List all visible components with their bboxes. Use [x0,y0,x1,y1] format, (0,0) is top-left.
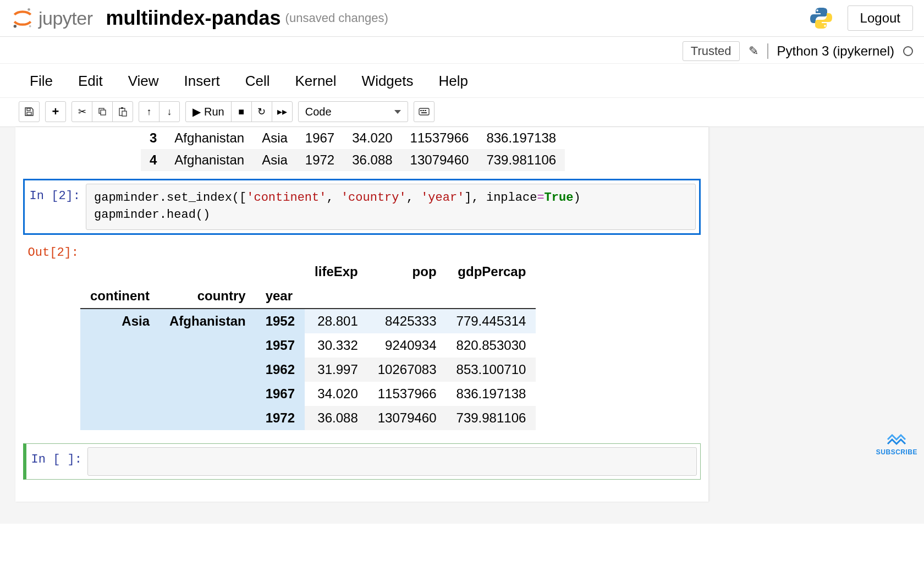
add-cell-icon[interactable]: + [45,101,66,122]
run-label: Run [204,106,224,118]
svg-rect-16 [421,112,427,113]
toolbar: + ✂ ↑ ↓ ▶ Run ■ ↻ ▸▸ Code [0,98,924,127]
idx-val-year: 1967 [256,382,305,406]
table-cell: 1967 [296,127,343,149]
jupyter-logo[interactable]: jupyter [11,7,93,30]
table-cell: 836.197138 [447,382,536,406]
code-cell-2[interactable]: In [2]: gapminder.set_index(['continent'… [23,179,701,235]
subscribe-badge[interactable]: SUBSCRIBE [876,431,917,456]
table-cell: 779.445314 [447,309,536,333]
code-editor[interactable] [87,447,697,476]
svg-rect-13 [420,110,422,111]
table-cell: 31.997 [305,358,368,382]
menubar: File Edit View Insert Cell Kernel Widget… [0,64,924,98]
table-cell: Afghanistan [166,127,253,149]
table-cell: 10267083 [368,358,447,382]
table-cell: 820.853030 [447,333,536,358]
restart-run-all-icon[interactable]: ▸▸ [272,101,293,122]
svg-rect-14 [422,110,424,111]
svg-point-4 [824,25,826,27]
table-cell: Asia [253,149,296,171]
table-cell: 28.801 [305,309,368,333]
table-cell: 853.100710 [447,358,536,382]
table-cell: 8425333 [368,309,447,333]
col-pop: pop [368,260,447,284]
out-prompt: Out[2]: [26,240,84,260]
python-icon [809,6,833,30]
save-icon[interactable] [19,101,40,122]
svg-point-1 [14,25,16,28]
svg-point-0 [28,8,30,11]
cut-icon[interactable]: ✂ [72,101,92,122]
table-cell: 13079460 [402,149,478,171]
menu-kernel[interactable]: Kernel [295,73,336,90]
menu-file[interactable]: File [30,73,53,90]
idx-year: year [256,284,305,309]
jupyter-logo-text: jupyter [38,8,93,29]
table-cell: 9240934 [368,333,447,358]
copy-icon[interactable] [92,101,113,122]
menu-widgets[interactable]: Widgets [362,73,414,90]
pencil-icon[interactable]: ✎ [749,44,758,58]
paste-icon[interactable] [112,101,133,122]
header-bar: jupyter multiindex-pandas (unsaved chang… [0,0,924,37]
menu-insert[interactable]: Insert [184,73,220,90]
table-cell: 836.197138 [477,127,565,149]
menu-help[interactable]: Help [439,73,468,90]
svg-rect-5 [27,108,30,111]
table-cell: Afghanistan [166,149,253,171]
celltype-select[interactable]: Code [298,101,408,122]
svg-rect-8 [101,110,106,115]
kernel-name[interactable]: Python 3 (ipykernel) [767,43,894,59]
table-cell: Asia [253,127,296,149]
code-editor[interactable]: gapminder.set_index(['continent', 'count… [86,184,696,230]
table-cell: 13079460 [368,406,447,430]
trusted-badge[interactable]: Trusted [683,41,740,61]
svg-rect-15 [425,110,426,111]
table-cell: 11537966 [368,382,447,406]
table-cell: 739.981106 [477,149,565,171]
kernel-status-row: Trusted ✎ Python 3 (ipykernel) [0,37,924,64]
svg-rect-12 [419,108,429,115]
idx-val-continent: Asia [80,309,160,430]
idx-val-year: 1957 [256,333,305,358]
command-palette-icon[interactable] [414,101,435,122]
output-table-partial: 3 Afghanistan Asia 1967 34.020 11537966 … [141,127,565,171]
interrupt-icon[interactable]: ■ [231,101,252,122]
logout-button[interactable]: Logout [848,6,913,31]
celltype-value: Code [305,106,332,118]
subscribe-label: SUBSCRIBE [876,448,917,456]
code-cell-empty[interactable]: In [ ]: [23,443,701,480]
menu-cell[interactable]: Cell [245,73,270,90]
kernel-status-icon [903,46,913,56]
table-cell: 30.332 [305,333,368,358]
table-cell: 34.020 [343,127,401,149]
move-up-icon[interactable]: ↑ [139,101,160,122]
menu-view[interactable]: View [128,73,159,90]
in-prompt: In [2]: [28,184,86,203]
idx-val-year: 1952 [256,309,305,333]
svg-rect-6 [27,112,31,115]
svg-point-3 [816,9,818,12]
multiindex-output-table: lifeExp pop gdpPercap continent country … [80,260,536,430]
in-prompt: In [ ]: [30,447,87,466]
restart-icon[interactable]: ↻ [251,101,272,122]
menu-edit[interactable]: Edit [78,73,103,90]
table-cell: 11537966 [402,127,478,149]
run-button[interactable]: ▶ Run [185,101,232,122]
table-cell: 36.088 [305,406,368,430]
notebook-name[interactable]: multiindex-pandas [106,7,281,30]
idx-val-year: 1972 [256,406,305,430]
table-cell: 36.088 [343,149,401,171]
table-cell: 3 [141,127,166,149]
jupyter-icon [11,7,34,30]
unsaved-indicator: (unsaved changes) [285,11,388,25]
idx-val-year: 1962 [256,358,305,382]
table-cell: 4 [141,149,166,171]
table-cell: 739.981106 [447,406,536,430]
col-lifeexp: lifeExp [305,260,368,284]
idx-val-country: Afghanistan [160,309,256,430]
svg-rect-10 [121,107,123,109]
idx-country: country [160,284,256,309]
move-down-icon[interactable]: ↓ [159,101,180,122]
